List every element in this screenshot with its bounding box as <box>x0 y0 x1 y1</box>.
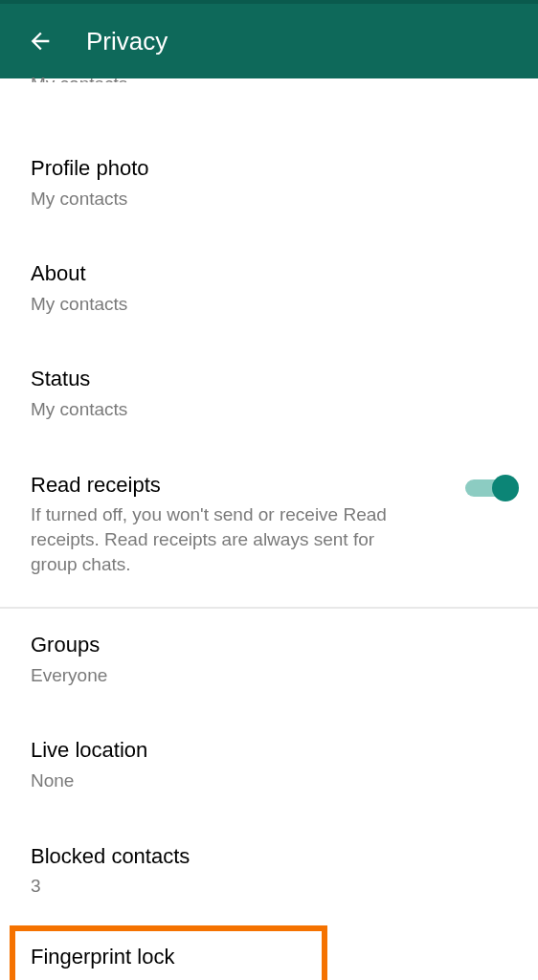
setting-item-partial[interactable]: My contacts <box>0 73 538 90</box>
read-receipts-text: Read receipts If turned off, you won't s… <box>31 472 465 577</box>
app-header: Privacy <box>0 0 538 78</box>
setting-item-read-receipts[interactable]: Read receipts If turned off, you won't s… <box>0 453 538 596</box>
setting-title: Live location <box>31 737 507 765</box>
settings-content: My contacts Profile photo My contacts Ab… <box>0 73 538 974</box>
page-title: Privacy <box>86 27 168 56</box>
setting-description: If turned off, you won't send or receive… <box>31 502 423 576</box>
toggle-thumb <box>492 475 519 501</box>
setting-subtitle: Everyone <box>31 663 507 688</box>
setting-item-fingerprint-lock[interactable]: Fingerprint lock Disabled <box>0 929 538 980</box>
setting-subtitle: My contacts <box>31 187 507 212</box>
setting-item-groups[interactable]: Groups Everyone <box>0 612 538 706</box>
setting-title: Groups <box>31 632 507 659</box>
setting-subtitle: My contacts <box>31 292 507 317</box>
setting-title: Blocked contacts <box>31 843 507 871</box>
setting-title: Status <box>31 366 507 393</box>
setting-item-live-location[interactable]: Live location None <box>0 718 538 812</box>
section-separator <box>0 607 538 609</box>
back-button[interactable] <box>17 18 63 64</box>
setting-item-profile-photo[interactable]: Profile photo My contacts <box>0 136 538 230</box>
setting-title: Fingerprint lock <box>31 944 507 971</box>
setting-title: About <box>31 260 507 288</box>
setting-subtitle: None <box>31 768 507 793</box>
setting-title: Profile photo <box>31 155 507 183</box>
setting-subtitle: My contacts <box>31 397 507 422</box>
setting-title: Read receipts <box>31 472 465 500</box>
setting-item-blocked-contacts[interactable]: Blocked contacts 3 <box>0 824 538 918</box>
read-receipts-toggle[interactable] <box>465 474 515 502</box>
setting-subtitle: My contacts <box>31 73 507 82</box>
setting-subtitle: 3 <box>31 874 507 899</box>
setting-subtitle: Disabled <box>31 975 507 980</box>
setting-item-status[interactable]: Status My contacts <box>0 346 538 440</box>
setting-item-about[interactable]: About My contacts <box>0 241 538 335</box>
back-arrow-icon <box>27 28 54 55</box>
